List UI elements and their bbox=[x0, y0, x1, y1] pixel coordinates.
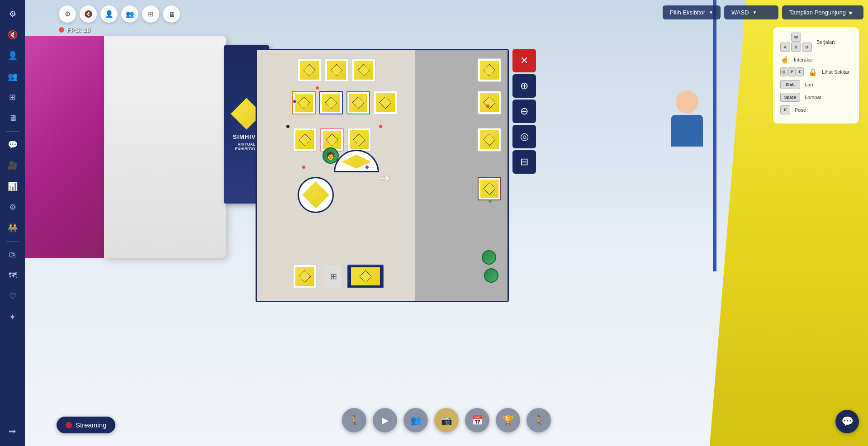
svg-marker-10 bbox=[326, 134, 338, 146]
map-booth-3[interactable] bbox=[352, 58, 375, 82]
fps-display: FPS: 28 bbox=[59, 26, 90, 33]
exhibitor-dropdown[interactable]: Pilih Eksibitor ▼ bbox=[663, 5, 721, 19]
sidebar-icon-chat[interactable]: 💬 bbox=[4, 136, 22, 154]
sidebar-icon-heart[interactable]: ♡ bbox=[4, 287, 22, 305]
asd-key-row: A S D bbox=[780, 43, 812, 52]
map-close-button[interactable]: ✕ bbox=[512, 49, 536, 72]
sidebar-icon-star[interactable]: ✦ bbox=[4, 308, 22, 326]
svg-marker-9 bbox=[299, 134, 311, 146]
map-booth-6[interactable] bbox=[319, 91, 343, 114]
grid-button[interactable]: ⊞ bbox=[142, 5, 159, 23]
sidebar-icon-bag[interactable]: 🛍 bbox=[4, 246, 22, 264]
red-dot-2 bbox=[486, 104, 489, 108]
npc-head bbox=[676, 90, 698, 113]
interact-label: Interaksi bbox=[794, 57, 813, 62]
look-icon: 🔒 bbox=[808, 68, 817, 76]
npc-character bbox=[669, 90, 705, 145]
map-booth-2[interactable] bbox=[325, 58, 348, 82]
npc-body bbox=[671, 115, 703, 147]
interact-icon: ☝ bbox=[780, 55, 789, 64]
walk-guide-row: W A S D Berjalan bbox=[780, 33, 852, 52]
trophy-action-button[interactable]: 🏆 bbox=[496, 408, 520, 432]
w-key-row: W bbox=[791, 33, 801, 42]
monitor-button[interactable]: 🖥 bbox=[163, 5, 180, 23]
svg-marker-6 bbox=[352, 97, 364, 109]
circular-booth bbox=[298, 177, 334, 213]
walk-action-button[interactable]: 🚶 bbox=[342, 408, 366, 432]
map-zoom-out-button[interactable]: ⊖ bbox=[512, 100, 536, 123]
map-booth-13[interactable] bbox=[478, 128, 501, 152]
sidebar-icon-grid[interactable]: ⊞ bbox=[4, 88, 22, 106]
fps-dot bbox=[59, 27, 64, 33]
map-booth-brown[interactable] bbox=[478, 177, 501, 200]
mute-button[interactable]: 🔇 bbox=[80, 5, 97, 23]
svg-marker-7 bbox=[379, 97, 391, 109]
chat-bubble-button[interactable]: 💬 bbox=[835, 410, 859, 433]
blue-dot-1 bbox=[293, 100, 296, 103]
sidebar-icon-map[interactable]: 🗺 bbox=[4, 266, 22, 285]
svg-marker-4 bbox=[298, 97, 310, 109]
white-booth bbox=[104, 36, 226, 258]
svg-marker-15 bbox=[360, 270, 371, 282]
video-action-button[interactable]: ▶ bbox=[373, 408, 397, 432]
sidebar-divider-1 bbox=[6, 131, 19, 132]
map-zoom-in-button[interactable]: ⊕ bbox=[512, 74, 536, 98]
w-key: W bbox=[791, 33, 801, 42]
sidebar-icon-monitor[interactable]: 🖥 bbox=[4, 109, 22, 127]
map-booth-4[interactable] bbox=[478, 58, 501, 82]
svg-marker-11 bbox=[353, 134, 365, 146]
qef-key-row: Q E F bbox=[780, 67, 804, 76]
map-booth-bottom-3[interactable] bbox=[347, 265, 384, 288]
map-booth-7[interactable] bbox=[346, 91, 370, 114]
key-guide: W A S D Berjalan ☝ Interaksi Q E F 🔒 bbox=[773, 27, 859, 123]
sidebar-icon-settings[interactable]: ⚙ bbox=[4, 5, 22, 23]
map-booth-10[interactable] bbox=[293, 128, 317, 152]
person-action-button[interactable]: 🚶 bbox=[526, 408, 551, 432]
sidebar-icon-chart[interactable]: 📊 bbox=[4, 177, 22, 195]
view-dropdown[interactable]: Tampilan Pengunjung ▶ bbox=[782, 5, 863, 19]
fps-text: FPS: 28 bbox=[67, 26, 90, 33]
svg-marker-8 bbox=[484, 97, 495, 109]
d-key: D bbox=[802, 43, 812, 52]
blue-wall bbox=[713, 0, 716, 271]
camera-action-button[interactable]: 📷 bbox=[434, 408, 459, 432]
map-booth-1[interactable] bbox=[298, 58, 321, 82]
streaming-button[interactable]: Streaming bbox=[57, 417, 115, 433]
settings-button[interactable]: ⚙ bbox=[59, 5, 76, 23]
top-toolbar: ⚙ 🔇 👤 👥 ⊞ 🖥 bbox=[59, 5, 180, 23]
sidebar-icon-video[interactable]: 🎥 bbox=[4, 157, 22, 175]
map-booth-8[interactable] bbox=[374, 91, 397, 114]
calendar-action-button[interactable]: 📅 bbox=[465, 408, 489, 432]
svg-marker-0 bbox=[304, 64, 315, 76]
sidebar-icon-people[interactable]: 🧑‍🤝‍🧑 bbox=[4, 219, 22, 237]
map-booth-bottom-2[interactable]: ⊞ bbox=[324, 265, 343, 288]
map-booth-12[interactable] bbox=[347, 128, 371, 152]
svg-marker-5 bbox=[325, 97, 337, 109]
map-controls: ✕ ⊕ ⊖ ◎ ⊟ bbox=[512, 49, 536, 174]
scene-background: SIMHIVE VIRTUAL EXHIBITION ⚙ 🔇 👤 👥 ⊞ 🖥 F… bbox=[25, 0, 868, 446]
curved-booth bbox=[334, 150, 379, 172]
bottom-action-bar: 🚶 ▶ 👥 📷 📅 🏆 🚶 bbox=[342, 408, 551, 432]
sidebar-icon-gears[interactable]: ⚙ bbox=[4, 198, 22, 216]
sidebar-icon-group[interactable]: 👥 bbox=[4, 67, 22, 85]
green-dot-1 bbox=[489, 199, 492, 203]
space-key: Space bbox=[780, 93, 800, 102]
streaming-dot-icon bbox=[66, 422, 72, 428]
shift-key: Shift bbox=[780, 80, 800, 89]
sidebar-icon-mute[interactable]: 🔇 bbox=[4, 26, 22, 44]
people-action-button[interactable]: 👥 bbox=[403, 408, 428, 432]
sidebar-icon-exit[interactable]: ⮕ bbox=[4, 423, 22, 441]
avatar-button[interactable]: 👤 bbox=[100, 5, 118, 23]
map-booth-bottom-1[interactable] bbox=[293, 265, 317, 288]
map-locate-button[interactable]: ◎ bbox=[512, 125, 536, 148]
movement-dropdown[interactable]: WASD ▼ bbox=[724, 5, 778, 19]
map-direction-arrow: ➜ bbox=[379, 171, 390, 185]
chevron-right-icon: ▶ bbox=[849, 10, 853, 15]
map-booth-9[interactable] bbox=[478, 91, 501, 114]
red-dot-4 bbox=[302, 166, 305, 169]
chevron-down-icon: ▼ bbox=[709, 10, 713, 15]
map-toggle-button[interactable]: ⊟ bbox=[512, 150, 536, 174]
sidebar-icon-avatar[interactable]: 👤 bbox=[4, 47, 22, 65]
group-button[interactable]: 👥 bbox=[121, 5, 138, 23]
a-key: A bbox=[780, 43, 790, 52]
